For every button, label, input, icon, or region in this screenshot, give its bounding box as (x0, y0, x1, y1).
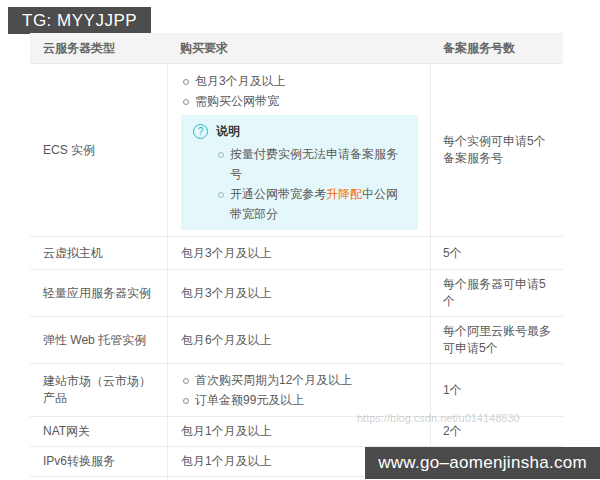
purchase-requirement-cell: 包月6个月及以上 (167, 317, 430, 363)
requirement-text: 包月6个月及以上 (181, 332, 424, 349)
requirement-bullet-list: 首次购买周期为12个月及以上订单金额99元及以上 (181, 370, 424, 410)
table-row: 弹性 Web 托管实例包月6个月及以上每个阿里云账号最多可申请5个 (30, 316, 563, 363)
quota-cell: 2个 (430, 417, 563, 446)
table-row: NAT网关包月1个月及以上2个 (30, 416, 563, 446)
note-box: ?说明按量付费实例无法申请备案服务号开通公网带宽参考升降配中公网带宽部分 (181, 115, 418, 230)
purchase-requirement-cell: 包月1个月及以上 (167, 417, 430, 446)
server-type-cell: ECS 实例 (30, 64, 167, 236)
requirement-bullet-item: 包月3个月及以上 (181, 71, 424, 91)
column-header-purchase-requirement: 购买要求 (167, 33, 430, 63)
requirement-bullet-item: 订单金额99元及以上 (181, 390, 424, 410)
server-type-label: ECS 实例 (43, 142, 157, 159)
quota-cell: 1个 (430, 364, 563, 416)
note-header: ?说明 (193, 123, 404, 139)
server-type-cell: 轻量应用服务器实例 (30, 270, 167, 316)
table-row: 建站市场（云市场）产品首次购买周期为12个月及以上订单金额99元及以上1个 (30, 363, 563, 416)
tg-badge: TG: MYYJJPP (8, 7, 151, 34)
quota-text: 每个实例可申请5个备案服务号 (443, 133, 553, 167)
purchase-requirement-cell: 包月3个月及以上需购买公网带宽?说明按量付费实例无法申请备案服务号开通公网带宽参… (167, 64, 430, 236)
footer-url-bar: www.go–aomenjinsha.com (365, 447, 600, 479)
quota-cell: 5个 (430, 237, 563, 269)
quota-text: 1个 (443, 382, 553, 399)
server-type-cell: NAT网关 (30, 417, 167, 446)
purchase-requirement-cell: 包月3个月及以上 (167, 270, 430, 316)
server-type-label: 轻量应用服务器实例 (43, 285, 157, 302)
requirement-text: 包月1个月及以上 (181, 423, 424, 440)
server-type-cell: 弹性 Web 托管实例 (30, 317, 167, 363)
requirement-bullet-list: 包月3个月及以上需购买公网带宽 (181, 71, 424, 111)
purchase-requirement-cell: 包月3个月及以上 (167, 237, 430, 269)
server-type-label: NAT网关 (43, 423, 157, 440)
question-circle-icon: ? (193, 124, 208, 139)
requirement-bullet-item: 首次购买周期为12个月及以上 (181, 370, 424, 390)
table-body: ECS 实例包月3个月及以上需购买公网带宽?说明按量付费实例无法申请备案服务号开… (30, 64, 563, 480)
purchase-requirement-cell: 首次购买周期为12个月及以上订单金额99元及以上 (167, 364, 430, 416)
server-type-label: 云虚拟主机 (43, 245, 157, 262)
requirement-text: 包月3个月及以上 (181, 285, 424, 302)
requirement-text: 包月3个月及以上 (181, 245, 424, 262)
server-type-cell: IPv6转换服务 (30, 447, 167, 476)
table-row: 轻量应用服务器实例包月3个月及以上每个服务器可申请5个 (30, 269, 563, 316)
server-type-label: 建站市场（云市场）产品 (43, 373, 157, 407)
table-row: 云虚拟主机包月3个月及以上5个 (30, 236, 563, 269)
column-header-server-type: 云服务器类型 (30, 33, 167, 63)
server-type-cell: 云虚拟主机 (30, 237, 167, 269)
quota-text: 5个 (443, 245, 553, 262)
quota-cell: 每个服务器可申请5个 (430, 270, 563, 316)
quota-cell: 每个实例可申请5个备案服务号 (430, 64, 563, 236)
requirement-bullet-item: 需购买公网带宽 (181, 91, 424, 111)
server-type-label: IPv6转换服务 (43, 453, 157, 470)
quota-text: 2个 (443, 423, 553, 440)
quota-text: 每个阿里云账号最多可申请5个 (443, 323, 553, 357)
column-header-service-number-count: 备案服务号数 (430, 33, 563, 63)
server-type-cell: 建站市场（云市场）产品 (30, 364, 167, 416)
note-bullet-item: 开通公网带宽参考升降配中公网带宽部分 (216, 184, 404, 224)
server-type-label: 弹性 Web 托管实例 (43, 332, 157, 349)
upgrade-downgrade-link[interactable]: 升降配 (326, 187, 362, 201)
quota-cell: 每个阿里云账号最多可申请5个 (430, 317, 563, 363)
note-title: 说明 (216, 123, 240, 140)
note-bullet-list: 按量付费实例无法申请备案服务号开通公网带宽参考升降配中公网带宽部分 (216, 144, 404, 224)
note-bullet-item: 按量付费实例无法申请备案服务号 (216, 144, 404, 184)
icp-filing-table: 云服务器类型 购买要求 备案服务号数 ECS 实例包月3个月及以上需购买公网带宽… (30, 33, 563, 480)
quota-text: 每个服务器可申请5个 (443, 276, 553, 310)
table-header-row: 云服务器类型 购买要求 备案服务号数 (30, 33, 563, 64)
table-row: ECS 实例包月3个月及以上需购买公网带宽?说明按量付费实例无法申请备案服务号开… (30, 64, 563, 236)
